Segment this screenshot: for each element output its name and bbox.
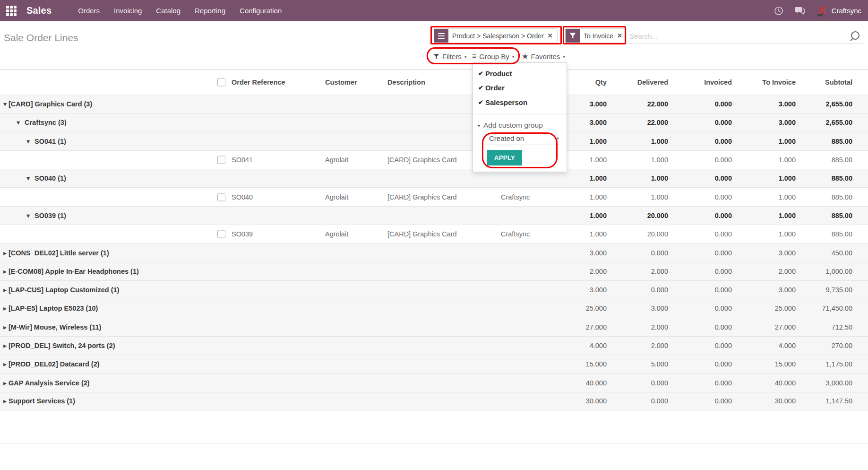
group-collapse-icon[interactable]: ▾ [26, 138, 30, 145]
activities-clock-icon[interactable] [774, 6, 783, 16]
group-label: Craftsync (3) [25, 119, 67, 126]
facet-remove-icon[interactable]: ✕ [548, 32, 557, 39]
cell-salesperson: Craftsync [501, 193, 530, 201]
group-expand-icon[interactable]: ▸ [3, 268, 7, 275]
table-row[interactable]: SO040Agrolait[CARD] Graphics CardCraftsy… [0, 187, 868, 206]
group-expand-icon[interactable]: ▸ [3, 249, 7, 257]
cell-qty: 3.000 [541, 286, 607, 294]
group-row[interactable]: ▸[PROD_DEL02] Datacard (2)15.0005.0000.0… [0, 355, 868, 373]
column-header-subtotal[interactable]: Subtotal [786, 78, 852, 86]
group-row[interactable]: ▾SO039 (1)1.00020.0000.0001.000885.00 [0, 206, 868, 225]
cell-customer: Agrolait [325, 230, 348, 238]
cell-subtotal: 885.00 [786, 156, 852, 164]
custom-group-field-select[interactable]: Created on ▾ [489, 132, 561, 145]
screen: Sales Orders Invoicing Catalog Reporting… [0, 0, 868, 470]
search-facet-filter[interactable]: To Invoice ✕ [565, 28, 627, 43]
group-row[interactable]: ▾SO040 (1)1.0001.0000.0001.000885.00 [0, 169, 868, 187]
group-label: [LAP-CUS] Laptop Customized (1) [9, 286, 119, 294]
apps-grid-icon[interactable] [6, 6, 17, 16]
nav-item-configuration[interactable]: Configuration [240, 7, 282, 15]
cell-invoiced: 0.000 [666, 397, 732, 405]
group-label: [E-COM08] Apple In-Ear Headphones (1) [9, 268, 139, 275]
cell-delivered: 0.000 [602, 286, 668, 294]
column-header-description[interactable]: Description [387, 78, 425, 86]
nav-item-orders[interactable]: Orders [78, 7, 100, 15]
group-row[interactable]: ▾[CARD] Graphics Card (3)3.00022.0000.00… [0, 95, 868, 113]
filters-button[interactable]: Filters ▾ [433, 50, 467, 63]
nav-item-reporting[interactable]: Reporting [195, 7, 225, 15]
group-collapse-icon[interactable]: ▾ [26, 212, 30, 219]
page-title: Sale Order Lines [4, 32, 78, 44]
group-collapse-icon[interactable]: ▾ [3, 100, 7, 108]
group-row[interactable]: ▸GAP Analysis Service (2)40.0000.0000.00… [0, 373, 868, 392]
group-row[interactable]: ▾SO041 (1)1.0001.0000.0001.000885.00 [0, 132, 868, 150]
search-input[interactable] [629, 29, 842, 43]
group-by-button[interactable]: ≡ Group By ▾ [472, 50, 515, 63]
column-header-invoiced[interactable]: Invoiced [666, 78, 732, 86]
group-row[interactable]: ▾Craftsync (3)3.00022.0000.0003.0002,655… [0, 113, 868, 131]
group-expand-icon[interactable]: ▸ [3, 342, 7, 349]
add-custom-group-toggle[interactable]: ▾ Add custom group [478, 121, 543, 130]
facet-label: To Invoice [580, 32, 617, 40]
cell-delivered: 2.000 [602, 268, 668, 275]
user-menu[interactable]: S Craftsync [816, 5, 861, 17]
cell-qty: 3.000 [541, 249, 607, 257]
chevron-down-icon: ▾ [478, 123, 480, 128]
cell-delivered: 1.000 [602, 156, 668, 164]
messages-chat-icon[interactable] [795, 6, 805, 15]
nav-item-catalog[interactable]: Catalog [156, 7, 180, 15]
cell-to-invoice: 1.000 [730, 193, 796, 201]
apply-button[interactable]: APPLY [487, 150, 522, 165]
search-magnifier-icon[interactable] [850, 30, 862, 43]
chevron-down-icon: ▾ [464, 54, 467, 59]
column-header-delivered[interactable]: Delivered [602, 78, 668, 86]
cell-delivered: 2.000 [602, 323, 668, 331]
group-row[interactable]: ▸Support Services (1)30.0000.0000.00030.… [0, 392, 868, 410]
cell-description: [CARD] Graphics Card [387, 230, 457, 238]
column-header-order-reference[interactable]: Order Reference [232, 78, 285, 86]
search-facet-groupby[interactable]: Product > Salesperson > Order ✕ [434, 28, 558, 43]
table-row[interactable]: SO041Agrolait[CARD] Graphics CardCraftsy… [0, 150, 868, 169]
group-row[interactable]: ▸[E-COM08] Apple In-Ear Headphones (1)2.… [0, 262, 868, 280]
group-row[interactable]: ▸[M-Wir] Mouse, Wireless (11)27.0002.000… [0, 318, 868, 336]
cell-invoiced: 0.000 [666, 360, 732, 368]
cell-qty: 25.000 [541, 305, 607, 312]
group-expand-icon[interactable]: ▸ [3, 360, 7, 368]
group-by-option-order[interactable]: ✔ Order [478, 82, 505, 93]
table-row[interactable]: SO039Agrolait[CARD] Graphics CardCraftsy… [0, 225, 868, 243]
group-by-option-salesperson[interactable]: ✔ Salesperson [478, 96, 527, 108]
nav-item-invoicing[interactable]: Invoicing [114, 7, 142, 15]
group-expand-icon[interactable]: ▸ [3, 379, 7, 387]
group-by-option-product[interactable]: ✔ Product [478, 68, 512, 79]
group-row[interactable]: ▸[PROD_DEL] Switch, 24 ports (2)4.0002.0… [0, 336, 868, 355]
group-row[interactable]: ▸[LAP-E5] Laptop E5023 (10)25.0003.0000.… [0, 299, 868, 317]
cell-description: [CARD] Graphics Card [387, 156, 457, 164]
group-row[interactable]: ▸[LAP-CUS] Laptop Customized (1)3.0000.0… [0, 280, 868, 299]
row-checkbox[interactable] [217, 156, 225, 164]
group-row[interactable]: ▸[CONS_DEL02] Little server (1)3.0000.00… [0, 243, 868, 261]
group-collapse-icon[interactable]: ▾ [26, 174, 30, 182]
row-checkbox[interactable] [217, 230, 225, 238]
column-header-to-invoice[interactable]: To Invoice [730, 78, 796, 86]
facet-remove-icon[interactable]: ✕ [617, 32, 627, 39]
row-checkbox[interactable] [217, 193, 225, 201]
group-expand-icon[interactable]: ▸ [3, 305, 7, 312]
group-expand-icon[interactable]: ▸ [3, 286, 7, 294]
user-name: Craftsync [832, 7, 861, 15]
option-label: Salesperson [485, 98, 527, 106]
cell-qty: 1.000 [541, 212, 607, 219]
group-collapse-icon[interactable]: ▾ [17, 119, 20, 126]
favorites-label: Favorites [531, 52, 560, 61]
group-expand-icon[interactable]: ▸ [3, 323, 7, 331]
app-title[interactable]: Sales [26, 5, 52, 16]
group-label: [M-Wir] Mouse, Wireless (11) [9, 323, 101, 331]
cell-qty: 30.000 [541, 397, 607, 405]
cell-subtotal: 885.00 [786, 230, 852, 238]
favorites-button[interactable]: ★ Favorites ▾ [522, 50, 565, 63]
group-expand-icon[interactable]: ▸ [3, 397, 7, 405]
nav-menu: Orders Invoicing Catalog Reporting Confi… [78, 7, 282, 15]
column-header-customer[interactable]: Customer [325, 78, 357, 86]
select-all-checkbox[interactable] [217, 78, 225, 87]
cell-invoiced: 0.000 [666, 323, 732, 331]
cell-subtotal: 3,000.00 [786, 379, 852, 387]
